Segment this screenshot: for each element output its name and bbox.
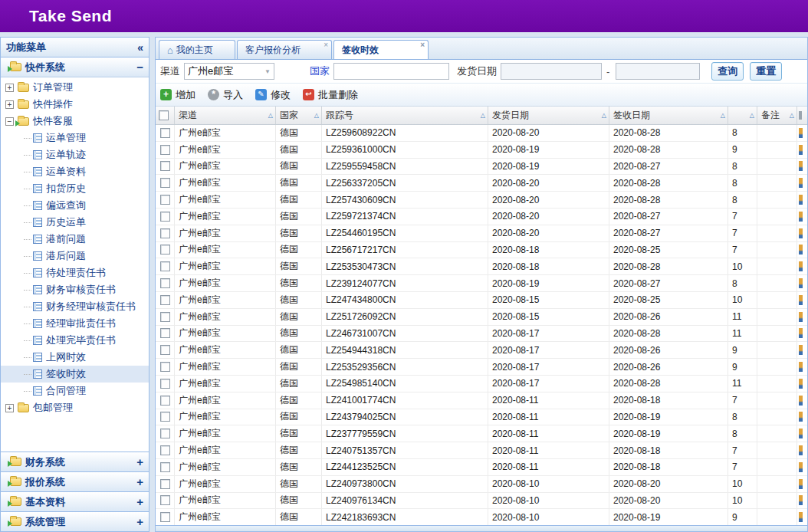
expand-section-icon[interactable]: + xyxy=(136,455,143,468)
row-checkbox[interactable] xyxy=(160,412,170,422)
tree-leaf[interactable]: 运单轨迹 xyxy=(1,146,149,163)
row-checkbox[interactable] xyxy=(160,362,170,372)
row-checkbox[interactable] xyxy=(160,462,170,472)
table-row[interactable]: 广州e邮宝 德国 LZ259721374CN 2020-08-20 2020-0… xyxy=(156,209,807,225)
tree-leaf[interactable]: 历史运单 xyxy=(1,214,149,231)
reset-button[interactable]: 重置 xyxy=(750,62,782,80)
row-checkbox[interactable] xyxy=(160,212,170,222)
tree-leaf[interactable]: 财务审核责任书 xyxy=(1,281,149,298)
tree-folder[interactable]: + 订单管理 xyxy=(1,79,149,96)
tree-leaf[interactable]: 待处理责任书 xyxy=(1,264,149,281)
table-row[interactable]: 广州e邮宝 德国 LZ239124077CN 2020-08-19 2020-0… xyxy=(156,275,807,292)
row-checkbox[interactable] xyxy=(160,445,170,455)
row-checkbox[interactable] xyxy=(160,245,170,255)
tab-customer-quote-analysis[interactable]: 客户报价分析 × xyxy=(237,40,332,59)
tree-folder[interactable]: − 快件客服 xyxy=(1,113,149,130)
tab-home[interactable]: ⌂ 我的主页 xyxy=(159,40,235,59)
sort-icon[interactable]: △ xyxy=(721,112,725,119)
tree-leaf[interactable]: 签收时效 xyxy=(1,366,149,383)
table-row[interactable]: 广州e邮宝 德国 LZ240976134CN 2020-08-10 2020-0… xyxy=(156,493,807,510)
row-checkbox[interactable] xyxy=(160,396,170,406)
batch-delete-button[interactable]: ↩ 批量删除 xyxy=(303,88,358,102)
collapse-section-icon[interactable]: − xyxy=(136,61,143,74)
sort-icon[interactable]: △ xyxy=(481,112,485,119)
row-checkbox[interactable] xyxy=(160,379,170,389)
row-checkbox[interactable] xyxy=(160,195,170,205)
column-header-channel[interactable]: 渠道△ xyxy=(175,107,276,124)
sort-icon[interactable]: △ xyxy=(750,112,754,119)
table-row[interactable]: 广州e邮宝 德国 LZ237779559CN 2020-08-11 2020-0… xyxy=(156,425,807,442)
row-checkbox[interactable] xyxy=(160,128,170,138)
accordion-section[interactable]: 报价系统 + xyxy=(1,471,149,491)
table-row[interactable]: 广州e邮宝 德国 LZ253530473CN 2020-08-18 2020-0… xyxy=(156,258,807,275)
tree-toggle-icon[interactable]: + xyxy=(5,100,14,109)
tree-leaf[interactable]: 港前问题 xyxy=(1,231,149,248)
table-row[interactable]: 广州e邮宝 德国 LZ254985140CN 2020-08-17 2020-0… xyxy=(156,376,807,392)
table-row[interactable]: 广州e邮宝 德国 LZ251726092CN 2020-08-15 2020-0… xyxy=(156,309,807,326)
table-row[interactable]: 广州e邮宝 德国 LZ243794025CN 2020-08-11 2020-0… xyxy=(156,409,807,426)
column-header-days[interactable]: △ xyxy=(728,107,757,124)
accordion-express-system[interactable]: 快件系统 − xyxy=(1,57,149,77)
column-header-sign-date[interactable]: 签收日期△ xyxy=(609,107,728,124)
tree-leaf[interactable]: 运单管理 xyxy=(1,130,149,146)
table-row[interactable]: 广州e邮宝 德国 LZ247434800CN 2020-08-15 2020-0… xyxy=(156,292,807,309)
column-header-tracking-number[interactable]: 跟踪号△ xyxy=(322,107,488,124)
table-row[interactable]: 广州e邮宝 德国 LZ256337205CN 2020-08-20 2020-0… xyxy=(156,175,807,192)
table-row[interactable]: 广州e邮宝 德国 LZ254460195CN 2020-08-20 2020-0… xyxy=(156,225,807,242)
tab-sign-off-timeliness[interactable]: 签收时效 × xyxy=(333,40,429,59)
row-checkbox[interactable] xyxy=(160,328,170,338)
tree-leaf[interactable]: 偏远查询 xyxy=(1,197,149,214)
table-row[interactable]: 广州e邮宝 德国 LZ256717217CN 2020-08-18 2020-0… xyxy=(156,242,807,259)
row-checkbox[interactable] xyxy=(160,161,170,171)
tree-leaf[interactable]: 经理审批责任书 xyxy=(1,315,149,332)
sort-icon[interactable]: △ xyxy=(790,112,794,119)
tree-leaf[interactable]: 上网时效 xyxy=(1,349,149,366)
tree-toggle-icon[interactable]: + xyxy=(5,84,14,92)
tree-leaf[interactable]: 财务经理审核责任书 xyxy=(1,298,149,315)
tree-folder[interactable]: + 包邮管理 xyxy=(1,399,149,416)
tree-leaf[interactable]: 运单资料 xyxy=(1,163,149,180)
table-row[interactable]: 广州e邮宝 德国 LZ244123525CN 2020-08-11 2020-0… xyxy=(156,459,807,476)
tree-folder[interactable]: + 快件操作 xyxy=(1,96,149,113)
table-row[interactable]: 广州e邮宝 德国 LZ253529356CN 2020-08-17 2020-0… xyxy=(156,359,807,376)
row-checkbox[interactable] xyxy=(160,178,170,188)
accordion-section[interactable]: 系统管理 + xyxy=(1,511,149,531)
sort-icon[interactable]: △ xyxy=(602,112,606,119)
table-row[interactable]: 广州e邮宝 德国 LZ241001774CN 2020-08-11 2020-0… xyxy=(156,392,807,409)
accordion-section[interactable]: 基本资料 + xyxy=(1,491,149,511)
row-checkbox[interactable] xyxy=(160,479,170,489)
accordion-section[interactable]: 财务系统 + xyxy=(1,452,149,471)
sort-icon[interactable]: △ xyxy=(268,112,273,119)
table-row[interactable]: 广州e邮宝 德国 LZ240751357CN 2020-08-11 2020-0… xyxy=(156,442,807,459)
table-row[interactable]: 广州e邮宝 德国 LZ246731007CN 2020-08-17 2020-0… xyxy=(156,326,807,343)
tree-leaf[interactable]: 港后问题 xyxy=(1,248,149,264)
date-from-input[interactable] xyxy=(501,63,602,80)
channel-select[interactable]: 广州e邮宝 ▼ xyxy=(184,63,274,80)
tree-leaf[interactable]: 合同管理 xyxy=(1,383,149,399)
sort-icon[interactable]: △ xyxy=(314,112,319,119)
row-checkbox[interactable] xyxy=(160,512,170,522)
expand-section-icon[interactable]: + xyxy=(136,515,143,528)
row-checkbox[interactable] xyxy=(160,429,170,438)
table-row[interactable]: 广州e邮宝 德国 LZ257430609CN 2020-08-20 2020-0… xyxy=(156,192,807,209)
country-input[interactable] xyxy=(333,63,449,80)
tree-toggle-icon[interactable]: − xyxy=(5,117,14,126)
column-header-country[interactable]: 国家△ xyxy=(276,107,322,124)
close-tab-icon[interactable]: × xyxy=(420,41,425,49)
collapse-sidebar-icon[interactable]: « xyxy=(137,41,143,54)
table-row[interactable]: 广州e邮宝 德国 LZ259608922CN 2020-08-20 2020-0… xyxy=(156,125,807,142)
row-checkbox[interactable] xyxy=(160,295,170,305)
close-tab-icon[interactable]: × xyxy=(324,41,328,49)
expand-section-icon[interactable]: + xyxy=(136,495,143,508)
table-row[interactable]: 广州e邮宝 德国 LZ254944318CN 2020-08-17 2020-0… xyxy=(156,342,807,359)
table-row[interactable]: 广州e邮宝 德国 LZ259361000CN 2020-08-19 2020-0… xyxy=(156,142,807,159)
tree-toggle-icon[interactable]: + xyxy=(5,404,14,412)
add-button[interactable]: + 增加 xyxy=(160,88,195,102)
table-row[interactable]: 广州e邮宝 德国 LZ242183693CN 2020-08-10 2020-0… xyxy=(156,509,807,525)
search-button[interactable]: 查询 xyxy=(711,62,744,80)
column-header-remark[interactable]: 备注△ xyxy=(757,107,797,124)
row-checkbox[interactable] xyxy=(160,312,170,322)
row-checkbox[interactable] xyxy=(160,261,170,271)
table-row[interactable]: 广州e邮宝 德国 LZ259559458CN 2020-08-19 2020-0… xyxy=(156,159,807,176)
import-button[interactable]: * 导入 xyxy=(208,88,243,102)
